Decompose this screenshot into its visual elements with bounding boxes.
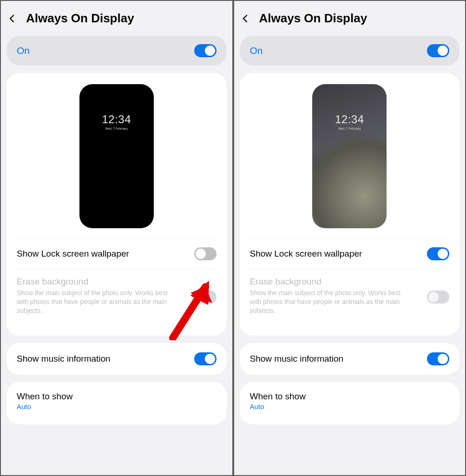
settings-pane-right: Always On Display On 12:34 Wed, 7 Februa… [233, 0, 466, 476]
when-to-show-card: When to show Auto [240, 382, 460, 424]
header: Always On Display [234, 1, 466, 36]
music-info-toggle[interactable] [427, 352, 449, 365]
music-info-row[interactable]: Show music information [7, 343, 227, 375]
music-info-row[interactable]: Show music information [240, 343, 460, 375]
master-toggle-label: On [250, 45, 263, 56]
erase-background-toggle [427, 291, 449, 304]
master-toggle-label: On [17, 45, 30, 56]
settings-pane-left: Always On Display On 12:34 Wed, 7 Februa… [0, 0, 233, 476]
master-toggle-row[interactable]: On [7, 36, 227, 66]
show-wallpaper-row[interactable]: Show Lock screen wallpaper [7, 239, 227, 269]
preview-date: Wed, 7 February [105, 127, 128, 130]
show-wallpaper-label: Show Lock screen wallpaper [250, 249, 362, 259]
erase-background-row: Erase background Show the main subject o… [7, 269, 227, 336]
erase-background-label: Erase background [17, 277, 170, 287]
preview-card: 12:34 Wed, 7 February Show Lock screen w… [7, 73, 227, 336]
page-title: Always On Display [26, 11, 134, 26]
master-toggle-row[interactable]: On [240, 36, 460, 66]
preview-card: 12:34 Wed, 7 February Show Lock screen w… [240, 73, 460, 336]
master-toggle[interactable] [427, 44, 449, 57]
show-wallpaper-label: Show Lock screen wallpaper [17, 249, 129, 259]
music-info-toggle[interactable] [194, 352, 217, 365]
aod-preview[interactable]: 12:34 Wed, 7 February [312, 84, 387, 228]
erase-background-desc: Show the main subject of the photo only.… [250, 289, 403, 315]
when-to-show-card: When to show Auto [7, 382, 227, 424]
when-to-show-row[interactable]: When to show Auto [7, 382, 227, 424]
show-wallpaper-row[interactable]: Show Lock screen wallpaper [240, 239, 460, 269]
show-wallpaper-toggle[interactable] [194, 247, 217, 260]
when-to-show-row[interactable]: When to show Auto [240, 382, 460, 424]
music-card: Show music information [7, 343, 227, 375]
back-icon[interactable] [7, 13, 18, 24]
master-toggle[interactable] [194, 44, 217, 57]
music-info-label: Show music information [250, 354, 344, 364]
preview-date: Wed, 7 February [338, 127, 361, 130]
aod-preview[interactable]: 12:34 Wed, 7 February [79, 84, 154, 228]
erase-background-toggle [194, 291, 217, 304]
when-to-show-value: Auto [17, 403, 217, 410]
when-to-show-label: When to show [250, 391, 450, 402]
erase-background-row: Erase background Show the main subject o… [240, 269, 460, 336]
erase-background-label: Erase background [250, 277, 403, 287]
erase-background-desc: Show the main subject of the photo only.… [17, 289, 170, 315]
back-icon[interactable] [240, 13, 251, 24]
header: Always On Display [1, 1, 232, 36]
show-wallpaper-toggle[interactable] [427, 247, 449, 260]
preview-time: 12:34 [102, 113, 131, 126]
music-info-label: Show music information [17, 354, 111, 364]
when-to-show-value: Auto [250, 403, 450, 410]
page-title: Always On Display [259, 11, 368, 26]
when-to-show-label: When to show [17, 391, 217, 402]
preview-time: 12:34 [335, 113, 364, 126]
music-card: Show music information [240, 343, 460, 375]
